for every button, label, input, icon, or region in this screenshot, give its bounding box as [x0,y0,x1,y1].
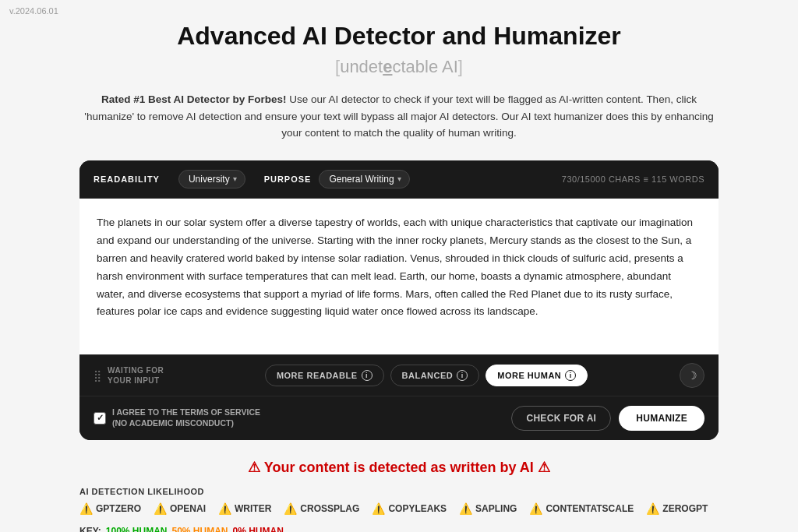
readability-label: READABILITY [94,174,160,184]
text-area[interactable]: The planets in our solar system offer a … [79,199,719,354]
openai-warning-icon: ⚠️ [154,502,167,515]
key-0-human: 0% HUMAN [232,526,283,532]
purpose-select[interactable]: General Writing ▾ [319,170,409,188]
subtitle: [undetectable AI] [79,57,719,77]
detector-writer: ⚠️ WRITER [218,502,271,515]
crossplag-warning-icon: ⚠️ [284,502,297,515]
terms-line1: I AGREE TO THE TERMS OF SERVICE [112,407,260,418]
detector-gptzero: ⚠️ GPTZERO [79,502,141,515]
mode-more-human-button[interactable]: MORE HUMAN i [486,365,588,386]
gptzero-warning-icon: ⚠️ [79,502,93,515]
moon-icon: ☽ [687,369,697,382]
mode-more-human-label: MORE HUMAN [497,371,561,380]
detector-crossplag: ⚠️ CROSSPLAG [284,502,359,515]
key-50-human: 50% HUMAN [171,526,228,532]
version-tag: v.2024.06.01 [0,0,798,22]
mode-more-readable-button[interactable]: MORE READABLE i [265,365,384,386]
purpose-chevron-icon: ▾ [397,174,401,183]
purpose-label: PURPOSE [264,174,312,184]
widget-header: READABILITY University ▾ PURPOSE General… [79,160,719,199]
action-buttons: CHECK FOR AI HUMANIZE [511,406,704,431]
mode-buttons: MORE READABLE i BALANCED i MORE HUMAN i [179,365,673,386]
key-100-human: 100% HUMAN [106,526,168,532]
subtitle-e: e [383,57,392,76]
detectors-row: ⚠️ GPTZERO ⚠️ OPENAI ⚠️ WRITER ⚠️ CROSSP… [79,502,719,515]
more-readable-info-icon: i [362,370,373,381]
terms-section: ✓ I AGREE TO THE TERMS OF SERVICE (NO AC… [94,407,260,428]
crossplag-label: CROSSPLAG [300,503,359,514]
check-for-ai-button[interactable]: CHECK FOR AI [511,406,611,431]
widget-mode-footer: ⣿ WAITING FOR YOUR INPUT MORE READABLE i… [79,354,719,396]
terms-text: I AGREE TO THE TERMS OF SERVICE (NO ACAD… [112,407,260,428]
contentatscale-warning-icon: ⚠️ [529,502,542,515]
mode-balanced-button[interactable]: BALANCED i [390,365,480,386]
openai-label: OPENAI [170,503,206,514]
grid-icon: ⣿ [94,369,101,382]
detection-title: ⚠ Your content is detected as written by… [79,459,719,476]
checkmark-icon: ✓ [97,413,104,423]
mode-more-readable-label: MORE READABLE [277,371,358,380]
subtitle-bracket-close: ] [458,57,463,76]
writer-warning-icon: ⚠️ [218,502,231,515]
detector-contentatscale: ⚠️ CONTENTATSCALE [529,502,634,515]
more-human-info-icon: i [565,370,576,381]
purpose-value: General Writing [329,174,394,185]
input-text: The planets in our solar system offer a … [97,214,701,322]
description-bold: Rated #1 Best AI Detector by Forbes! [101,93,286,105]
detector-copyleaks: ⚠️ COPYLEAKS [372,502,447,515]
subtitle-undetectable: undet [340,57,383,76]
widget-bottom-bar: ✓ I AGREE TO THE TERMS OF SERVICE (NO AC… [79,396,719,440]
waiting-section: ⣿ WAITING FOR YOUR INPUT [94,365,164,386]
copyleaks-label: COPYLEAKS [388,503,447,514]
chars-info: 730/15000 CHARS ≡ 115 WORDS [562,174,704,184]
readability-select[interactable]: University ▾ [178,170,245,188]
readability-value: University [189,174,230,185]
writer-label: WRITER [235,503,271,514]
detector-openai: ⚠️ OPENAI [154,502,206,515]
detection-key-row: KEY: 100% HUMAN 50% HUMAN 0% HUMAN [79,526,719,532]
sapling-warning-icon: ⚠️ [459,502,472,515]
copyleaks-warning-icon: ⚠️ [372,502,385,515]
page-title: Advanced AI Detector and Humanizer [79,22,719,51]
description: Rated #1 Best AI Detector by Forbes! Use… [79,91,719,142]
sapling-label: SAPLING [475,503,517,514]
subtitle-ctable: ctable AI [392,57,457,76]
mode-balanced-label: BALANCED [402,371,454,380]
readability-chevron-icon: ▾ [233,174,237,183]
zerogpt-label: ZEROGPT [662,503,708,514]
gptzero-label: GPTZERO [96,503,141,514]
zerogpt-warning-icon: ⚠️ [646,502,659,515]
humanize-button[interactable]: HUMANIZE [619,406,704,431]
detection-likelihood-label: AI DETECTION LIKELIHOOD [79,487,719,496]
balanced-info-icon: i [457,370,468,381]
terms-checkbox[interactable]: ✓ [94,412,106,425]
waiting-line2: YOUR INPUT [108,375,164,386]
detector-sapling: ⚠️ SAPLING [459,502,517,515]
key-label: KEY: [79,526,101,532]
waiting-line1: WAITING FOR [108,365,164,375]
purpose-group: PURPOSE General Writing ▾ [264,170,410,188]
contentatscale-label: CONTENTATSCALE [546,503,634,514]
detector-zerogpt: ⚠️ ZEROGPT [646,502,708,515]
ai-widget: READABILITY University ▾ PURPOSE General… [79,160,719,440]
terms-line2: (NO ACADEMIC MISCONDUCT) [112,418,260,429]
detection-result: ⚠ Your content is detected as written by… [79,459,719,532]
waiting-text: WAITING FOR YOUR INPUT [108,365,164,386]
moon-button[interactable]: ☽ [680,363,704,388]
